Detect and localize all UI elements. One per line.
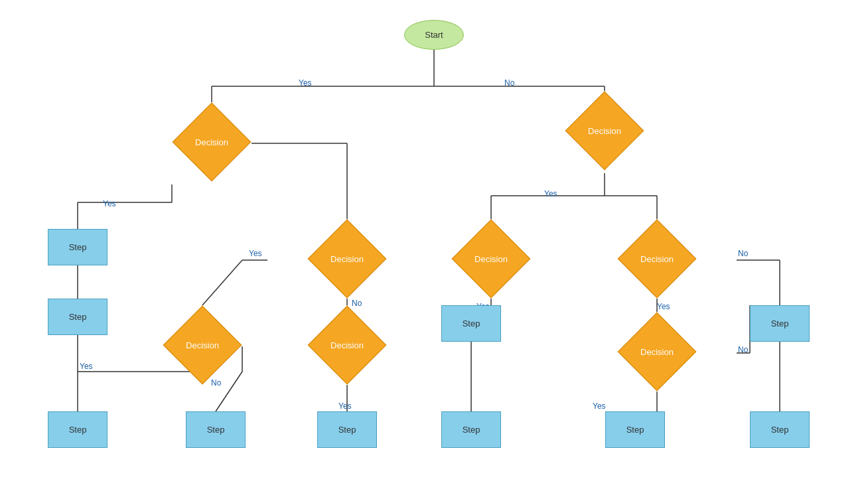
step-9: Step	[750, 305, 810, 342]
decision-4: Decision	[307, 219, 387, 299]
step-10: Step	[750, 411, 810, 448]
step-7: Step	[441, 411, 501, 448]
label-yes-d1-left: Yes	[103, 199, 116, 208]
decision-7: Decision	[617, 219, 697, 299]
decision-3: Decision	[163, 305, 242, 385]
label-no-d7-right: No	[738, 249, 748, 258]
flowchart: Yes No Yes No Yes No Yes No Yes Yes Yes …	[0, 0, 868, 499]
label-yes-d4-left: Yes	[249, 249, 262, 258]
svg-line-18	[202, 260, 242, 305]
decision-6: Decision	[451, 219, 531, 299]
step-1: Step	[48, 229, 108, 265]
step-8: Step	[605, 411, 665, 448]
label-yes-d5-down: Yes	[338, 401, 352, 411]
step-4: Step	[186, 411, 246, 448]
label-yes-d8-down: Yes	[593, 401, 606, 411]
start-node: Start	[404, 20, 464, 50]
label-yes-d2-left: Yes	[544, 189, 557, 198]
label-yes-start-left: Yes	[299, 78, 312, 88]
label-no-d8-right: No	[738, 345, 748, 354]
decision-8: Decision	[617, 312, 697, 392]
label-no-start-right: No	[504, 78, 514, 88]
decision-1: Decision	[172, 102, 252, 182]
step-5: Step	[317, 411, 377, 448]
step-6: Step	[441, 305, 501, 342]
label-yes-step2-left: Yes	[80, 362, 93, 371]
decision-5: Decision	[307, 305, 387, 385]
decision-2: Decision	[565, 91, 644, 171]
step-3: Step	[48, 411, 108, 448]
label-yes-d7-down: Yes	[657, 302, 670, 311]
step-2: Step	[48, 299, 108, 335]
